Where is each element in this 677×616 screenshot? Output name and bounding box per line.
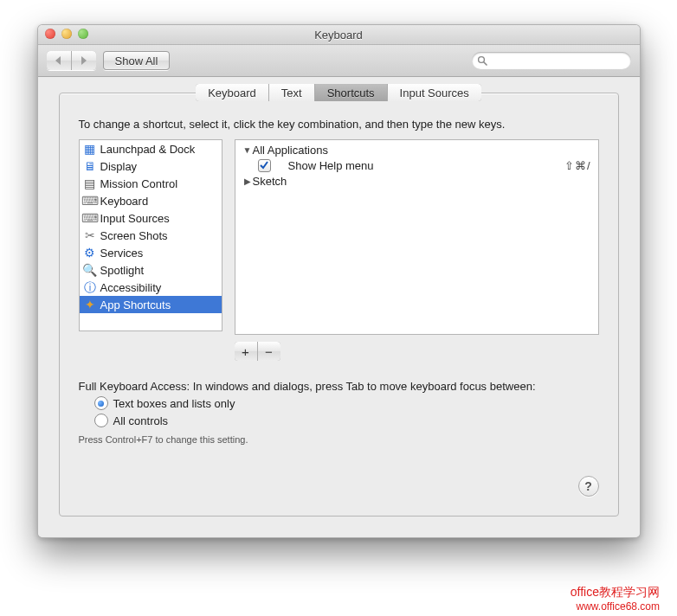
category-label: Input Sources [100, 212, 170, 225]
svg-line-1 [484, 62, 487, 65]
shortcuts-pane: To change a shortcut, select it, click t… [59, 93, 619, 517]
full-keyboard-access-section: Full Keyboard Access: In windows and dia… [79, 380, 599, 445]
category-mission-control[interactable]: ▤Mission Control [80, 175, 222, 192]
shortcut-tree[interactable]: ▼All ApplicationsShow Help menu⇧⌘/▶Sketc… [235, 139, 599, 335]
fka-heading: Full Keyboard Access: In windows and dia… [79, 380, 599, 393]
category-list[interactable]: ▦Launchpad & Dock🖥Display▤Mission Contro… [79, 139, 222, 331]
tree-root-all-applications[interactable]: ▼All Applications [235, 142, 598, 157]
instruction-text: To change a shortcut, select it, click t… [79, 118, 599, 131]
titlebar: Keyboard [38, 25, 640, 45]
accessibility-icon: ⓘ [83, 280, 97, 294]
content-area: KeyboardTextShortcutsInput Sources To ch… [38, 77, 640, 537]
add-remove-segment: + − [235, 342, 280, 361]
radio-icon [94, 414, 108, 427]
help-button[interactable]: ? [578, 476, 599, 497]
tree-item-sketch[interactable]: ▶Sketch [235, 173, 598, 189]
tree-label: Show Help menu [276, 159, 564, 172]
category-services[interactable]: ⚙Services [80, 244, 222, 261]
category-label: Keyboard [100, 195, 149, 208]
tab-input-sources[interactable]: Input Sources [387, 84, 481, 101]
svg-point-0 [478, 57, 484, 63]
category-launchpad-dock[interactable]: ▦Launchpad & Dock [80, 140, 222, 157]
category-accessibility[interactable]: ⓘAccessibility [80, 279, 222, 296]
search-input[interactable] [491, 54, 626, 67]
close-window-button[interactable] [45, 29, 55, 39]
tabs: KeyboardTextShortcutsInput Sources [59, 84, 619, 101]
preferences-window: Keyboard Show All KeyboardTextShortcutsI… [37, 24, 641, 538]
tree-item-show-help-menu[interactable]: Show Help menu⇧⌘/ [235, 157, 598, 173]
category-spotlight[interactable]: 🔍Spotlight [80, 261, 222, 279]
fka-hint: Press Control+F7 to change this setting. [79, 434, 599, 445]
tree-label: All Applications [253, 144, 591, 157]
disclosure-right-icon[interactable]: ▶ [242, 176, 253, 186]
app-shortcuts-icon: ✦ [83, 298, 97, 311]
category-label: Screen Shots [100, 229, 168, 242]
zoom-window-button[interactable] [78, 29, 88, 39]
tab-text[interactable]: Text [268, 84, 314, 101]
enable-shortcut-checkbox[interactable] [258, 159, 271, 172]
category-display[interactable]: 🖥Display [80, 157, 222, 175]
watermark-line1: office教程学习网 [571, 585, 660, 600]
watermark: office教程学习网 www.office68.com [571, 585, 660, 613]
launchpad-icon: ▦ [83, 142, 97, 156]
fka-option-label: Text boxes and lists only [113, 397, 235, 410]
category-label: App Shortcuts [100, 298, 171, 311]
back-button[interactable] [47, 51, 71, 70]
category-label: Accessibility [100, 281, 162, 294]
tree-label: Sketch [253, 175, 591, 188]
search-icon [477, 55, 487, 66]
tab-keyboard[interactable]: Keyboard [196, 84, 268, 101]
fka-option-label: All controls [113, 414, 169, 427]
category-label: Launchpad & Dock [100, 143, 196, 156]
spotlight-icon: 🔍 [83, 263, 97, 277]
add-shortcut-button[interactable]: + [235, 342, 257, 361]
window-title: Keyboard [314, 29, 363, 42]
search-field[interactable] [472, 52, 631, 69]
radio-icon [94, 396, 108, 410]
category-input-sources[interactable]: ⌨Input Sources [80, 209, 222, 227]
display-icon: 🖥 [83, 159, 97, 173]
category-label: Spotlight [100, 264, 145, 277]
forward-button[interactable] [71, 51, 96, 70]
mission-control-icon: ▤ [83, 176, 97, 190]
category-keyboard[interactable]: ⌨Keyboard [80, 192, 222, 209]
keyboard-icon: ⌨ [83, 194, 97, 208]
show-all-button[interactable]: Show All [103, 51, 171, 70]
watermark-line2: www.office68.com [571, 600, 660, 613]
category-label: Mission Control [100, 177, 178, 190]
input-sources-icon: ⌨ [83, 211, 97, 225]
fka-option-allcontrols[interactable]: All controls [94, 414, 599, 427]
category-label: Display [100, 160, 138, 173]
toolbar: Show All [38, 45, 640, 77]
screenshots-icon: ✂ [83, 228, 97, 242]
category-screen-shots[interactable]: ✂Screen Shots [80, 227, 222, 244]
category-app-shortcuts[interactable]: ✦App Shortcuts [80, 296, 222, 313]
fka-option-textboxes[interactable]: Text boxes and lists only [94, 396, 599, 410]
tab-shortcuts[interactable]: Shortcuts [314, 84, 387, 101]
shortcut-display[interactable]: ⇧⌘/ [564, 159, 591, 172]
remove-shortcut-button[interactable]: − [257, 342, 280, 361]
traffic-lights [45, 29, 88, 39]
services-icon: ⚙ [83, 246, 97, 260]
minimize-window-button[interactable] [61, 29, 72, 39]
disclosure-down-icon[interactable]: ▼ [242, 145, 253, 155]
category-label: Services [100, 247, 144, 260]
nav-segment [47, 51, 96, 70]
